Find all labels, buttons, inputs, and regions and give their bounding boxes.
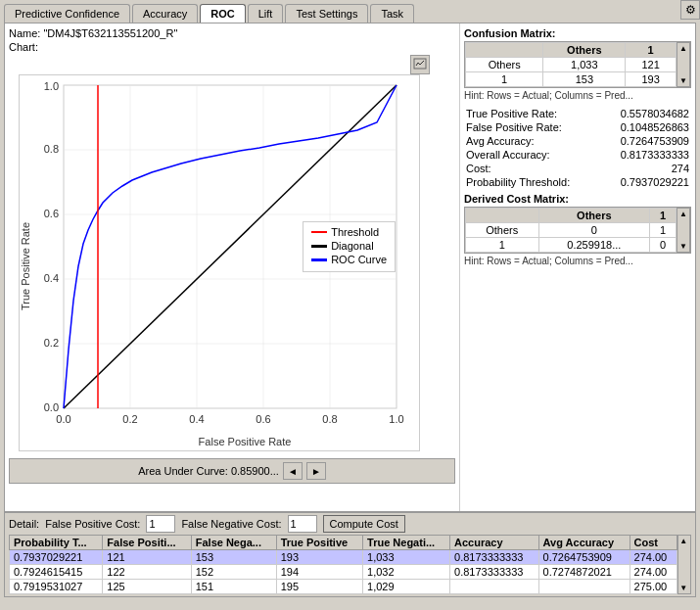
stat-avg-acc-label: Avg Accuracy: — [464, 134, 600, 148]
threshold-label: Threshold — [331, 226, 379, 238]
stat-tpr-value: 0.5578034682 — [600, 107, 691, 120]
tab-bar: Predictive Confidence Accuracy ROC Lift … — [0, 0, 700, 23]
stat-avg-acc-value: 0.7264753909 — [600, 134, 691, 148]
export-icon — [413, 58, 427, 71]
stat-cost-label: Cost: — [464, 162, 600, 175]
false-negative-cost-label: False Negative Cost: — [181, 518, 281, 530]
svg-text:0.0: 0.0 — [44, 401, 59, 413]
next-button[interactable]: ► — [306, 462, 326, 480]
col-false-neg: False Nega... — [191, 536, 276, 550]
derived-cost-title: Derived Cost Matrix: — [464, 193, 691, 205]
stats-section: True Positive Rate: 0.5578034682 False P… — [464, 107, 691, 189]
false-positive-cost-label: False Positive Cost: — [45, 518, 140, 530]
stat-fpr-value: 0.1048526863 — [600, 120, 691, 134]
stat-avg-accuracy: Avg Accuracy: 0.7264753909 — [464, 134, 691, 148]
row1-avg-acc: 0.7274872021 — [538, 565, 630, 580]
roc-curve-label: ROC Curve — [331, 254, 387, 265]
data-grid-container: Probability T... False Positi... False N… — [9, 535, 691, 594]
row2-fp: 125 — [103, 580, 191, 594]
row0-cost: 274.00 — [630, 550, 677, 565]
tab-accuracy[interactable]: Accuracy — [132, 4, 198, 23]
chart-area: True Positive Rate False Positive Rate — [19, 55, 430, 456]
confusion-row-1: 1 153 193 — [466, 72, 677, 87]
row1-cost: 274.00 — [630, 565, 677, 580]
tab-roc[interactable]: ROC — [200, 4, 245, 23]
legend-diagonal: Diagonal — [311, 240, 387, 252]
false-positive-cost-input[interactable] — [146, 515, 175, 533]
row1-fp: 122 — [103, 565, 191, 580]
false-negative-cost-input[interactable] — [288, 515, 317, 533]
svg-text:1.0: 1.0 — [389, 413, 403, 425]
dcm-row-1-val0: 0.259918... — [538, 238, 650, 253]
stat-overall-acc-value: 0.8173333333 — [600, 148, 691, 162]
tab-task[interactable]: Task — [370, 4, 414, 23]
derived-cost-hint: Hint: Rows = Actual; Columns = Pred... — [464, 256, 691, 266]
derived-cost-scrollbar[interactable]: ▲ ▼ — [677, 208, 690, 253]
chart-export-button[interactable] — [410, 55, 430, 74]
confusion-matrix-title: Confusion Matrix: — [464, 27, 691, 39]
threshold-color — [311, 231, 327, 233]
data-row-1: 0.7924615415 122 152 194 1,032 0.8173333… — [10, 565, 677, 580]
scroll-up-arrow[interactable]: ▲ — [678, 43, 688, 54]
svg-text:0.4: 0.4 — [189, 413, 204, 425]
right-panel: Confusion Matrix: Others 1 Others 1,033 — [460, 23, 695, 511]
tab-lift[interactable]: Lift — [248, 4, 284, 23]
confusion-matrix-container: Others 1 Others 1,033 121 1 153 — [464, 41, 691, 88]
confusion-header-1: 1 — [626, 43, 677, 58]
confusion-row-others-val1: 121 — [626, 58, 677, 72]
confusion-row-1-val1: 193 — [626, 72, 677, 87]
grid-scrollbar[interactable]: ▲ ▼ — [677, 535, 691, 594]
model-name: Name: "DM4J$T632113551200_R" — [9, 27, 455, 39]
tab-test-settings[interactable]: Test Settings — [285, 4, 368, 23]
prev-button[interactable]: ◄ — [283, 462, 303, 480]
dcm-row-1: 1 0.259918... 0 — [466, 238, 677, 253]
confusion-row-1-label: 1 — [466, 72, 543, 87]
dcm-row-others-label: Others — [466, 223, 539, 238]
stat-false-positive-rate: False Positive Rate: 0.1048526863 — [464, 120, 691, 134]
compute-cost-button[interactable]: Compute Cost — [323, 515, 405, 533]
row0-acc: 0.8173333333 — [450, 550, 538, 565]
legend-roc-curve: ROC Curve — [311, 254, 387, 265]
chart-label: Chart: — [9, 41, 455, 53]
stat-tpr-label: True Positive Rate: — [464, 107, 600, 120]
svg-text:0.2: 0.2 — [122, 413, 137, 425]
row1-fn: 152 — [191, 565, 276, 580]
roc-curve-color — [311, 258, 327, 261]
svg-rect-0 — [414, 59, 426, 69]
confusion-matrix-section: Confusion Matrix: Others 1 Others 1,033 — [464, 27, 691, 103]
row0-fp: 121 — [103, 550, 191, 565]
tab-predictive-confidence[interactable]: Predictive Confidence — [4, 4, 130, 23]
confusion-row-others-label: Others — [466, 58, 543, 72]
dcm-scroll-down[interactable]: ▼ — [678, 241, 688, 252]
confusion-row-others: Others 1,033 121 — [466, 58, 677, 72]
dcm-scroll-up[interactable]: ▲ — [678, 209, 688, 219]
row0-avg-acc: 0.7264753909 — [538, 550, 630, 565]
col-false-pos: False Positi... — [103, 536, 191, 550]
svg-text:0.2: 0.2 — [44, 337, 59, 349]
stat-prob-value: 0.7937029221 — [600, 175, 691, 189]
row0-tn: 1,033 — [363, 550, 450, 565]
svg-text:0.0: 0.0 — [56, 413, 70, 425]
stat-cost: Cost: 274 — [464, 162, 691, 175]
dcm-header-1: 1 — [650, 209, 677, 223]
stat-prob-threshold: Probability Threshold: 0.7937029221 — [464, 175, 691, 189]
settings-icon-button[interactable]: ⚙ — [680, 0, 700, 20]
dcm-row-1-val1: 0 — [650, 238, 677, 253]
grid-scroll-up[interactable]: ▲ — [678, 536, 690, 546]
svg-text:0.6: 0.6 — [44, 208, 59, 219]
dcm-header-empty — [466, 209, 539, 223]
grid-scroll-down[interactable]: ▼ — [678, 583, 690, 593]
confusion-header-empty — [466, 43, 543, 58]
diagonal-color — [311, 245, 327, 248]
svg-line-1 — [416, 63, 418, 66]
area-under-curve: Area Under Curve: 0.85900... ◄ ► — [9, 458, 455, 484]
svg-text:0.8: 0.8 — [44, 143, 59, 155]
derived-cost-table: Others 1 Others 0 1 1 0.259918... — [465, 208, 677, 253]
confusion-header-others: Others — [543, 43, 626, 58]
scroll-down-arrow[interactable]: ▼ — [678, 75, 688, 86]
svg-text:0.6: 0.6 — [256, 413, 270, 425]
row1-tp: 194 — [276, 565, 362, 580]
confusion-scrollbar[interactable]: ▲ ▼ — [677, 42, 690, 87]
stat-prob-label: Probability Threshold: — [464, 175, 600, 189]
main-content: Name: "DM4J$T632113551200_R" Chart: — [4, 23, 696, 512]
